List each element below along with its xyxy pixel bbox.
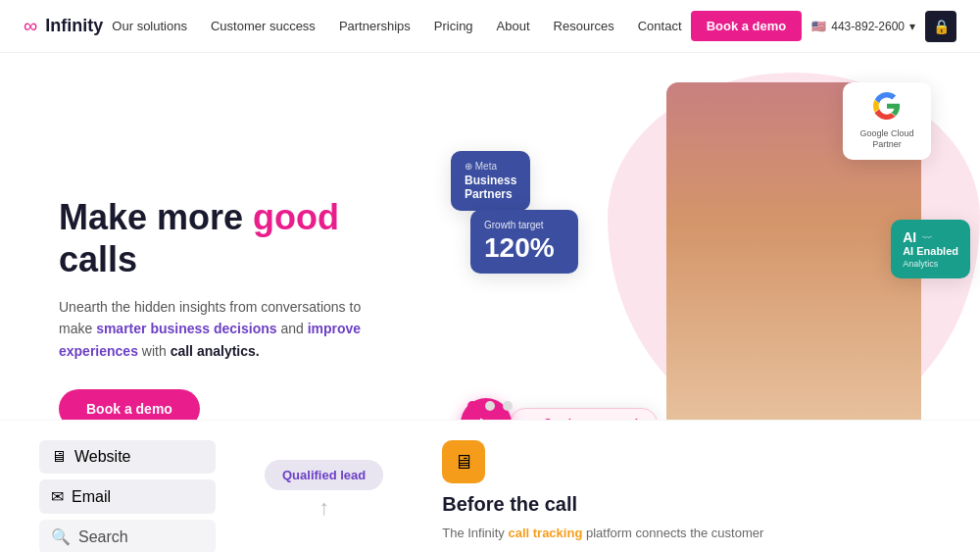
- qualified-lead-badge: Qualified lead: [265, 460, 383, 490]
- ai-label-text: AI: [903, 229, 916, 245]
- hero-title-end: calls: [59, 239, 137, 279]
- hero-title-good: good: [253, 197, 339, 237]
- flag-icon: 🇺🇸: [811, 20, 826, 33]
- meta-logo-text: ⊕ Meta: [465, 161, 516, 172]
- qualified-lead-area: Qualified lead ↑: [235, 421, 383, 552]
- hero-title-plain: Make more: [59, 197, 253, 237]
- before-the-call-section: 🖥 Before the call The Infinity call trac…: [383, 421, 980, 552]
- ai-analytics-card: AI 〰 AI Enabled Analytics: [891, 220, 970, 278]
- nav-our-solutions[interactable]: Our solutions: [112, 19, 187, 33]
- chevron-down-icon: ▾: [909, 20, 915, 33]
- arrow-down-icon: ↑: [265, 495, 383, 521]
- growth-value: 120%: [484, 232, 564, 264]
- ai-title: AI Enabled: [903, 245, 958, 257]
- growth-label: Growth target: [484, 220, 564, 230]
- smarter-text: smarter business decisions: [96, 321, 276, 336]
- google-cloud-icon: [851, 92, 923, 125]
- logo[interactable]: ∞ Infinity: [24, 15, 103, 37]
- website-icon: 🖥: [51, 448, 67, 466]
- call-text: call analytics.: [171, 343, 260, 359]
- ai-wave-icon: 〰: [922, 232, 932, 243]
- website-label: Website: [74, 448, 131, 466]
- hero-description: Unearth the hidden insights from convers…: [59, 296, 392, 362]
- nav-pricing[interactable]: Pricing: [434, 19, 473, 33]
- logo-text: Infinity: [45, 16, 103, 36]
- channel-list: 🖥 Website ✉ Email 🔍 Search: [0, 421, 235, 552]
- header-actions: Book a demo 🇺🇸 443-892-2600 ▾ 🔒: [691, 11, 956, 42]
- below-fold-section: 🖥 Website ✉ Email 🔍 Search Qualified lea…: [0, 420, 980, 552]
- nav-customer-success[interactable]: Customer success: [211, 19, 316, 33]
- hero-title: Make more good calls: [59, 196, 392, 280]
- lock-icon: 🔒: [933, 19, 950, 34]
- search-icon: 🔍: [51, 527, 71, 546]
- inactive-dot-1[interactable]: [485, 401, 495, 411]
- nav-contact[interactable]: Contact: [638, 19, 682, 33]
- infinity-icon: ∞: [24, 15, 37, 37]
- book-demo-header-button[interactable]: Book a demo: [691, 11, 803, 41]
- channel-email: ✉ Email: [39, 479, 216, 514]
- email-icon: ✉: [51, 487, 64, 506]
- nav-about[interactable]: About: [497, 19, 530, 33]
- meta-business-card: ⊕ Meta BusinessPartners: [451, 151, 530, 211]
- email-label: Email: [72, 488, 111, 506]
- slide-dots: [467, 401, 513, 411]
- google-cloud-card: Google Cloud Partner: [843, 82, 931, 160]
- search-label: Search: [78, 528, 128, 546]
- phone-number[interactable]: 🇺🇸 443-892-2600 ▾: [811, 20, 915, 33]
- section-description: The Infinity call tracking platform conn…: [442, 524, 980, 543]
- nav-resources[interactable]: Resources: [554, 19, 614, 33]
- ai-sub: Analytics: [903, 259, 958, 269]
- growth-target-card: Growth target 120%: [470, 210, 578, 274]
- section-title: Before the call: [442, 493, 980, 516]
- active-dot[interactable]: [467, 401, 477, 411]
- section-icon-container: 🖥: [442, 440, 485, 483]
- inactive-dot-2[interactable]: [503, 401, 513, 411]
- lock-button[interactable]: 🔒: [925, 11, 956, 42]
- main-nav: Our solutions Customer success Partnersh…: [112, 19, 681, 33]
- meta-title: BusinessPartners: [465, 174, 516, 201]
- monitor-icon: 🖥: [454, 451, 473, 474]
- channel-website: 🖥 Website: [39, 440, 216, 474]
- call-tracking-highlight: call tracking: [508, 526, 582, 540]
- channel-search: 🔍 Search: [39, 520, 216, 552]
- main-header: ∞ Infinity Our solutions Customer succes…: [0, 0, 980, 53]
- google-card-label: Google Cloud Partner: [851, 128, 923, 150]
- nav-partnerships[interactable]: Partnerships: [339, 19, 411, 33]
